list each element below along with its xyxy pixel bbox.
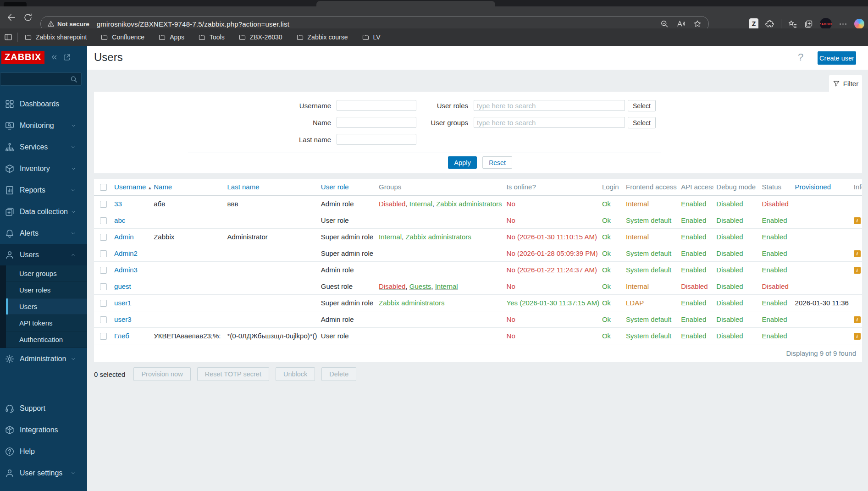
sidebar-item-data-collection[interactable]: Data collection — [0, 201, 87, 222]
row-checkbox[interactable] — [100, 250, 107, 257]
username-link[interactable]: user3 — [114, 315, 132, 323]
user-roles-input[interactable] — [474, 100, 625, 111]
group-link[interactable]: Disabled — [379, 282, 405, 290]
sidebar-search-input[interactable] — [0, 72, 82, 86]
username-link[interactable]: 33 — [114, 200, 122, 208]
sidebar-item-integrations[interactable]: Integrations — [0, 419, 87, 441]
row-checkbox[interactable] — [100, 234, 107, 241]
tab-search-pill[interactable] — [4, 2, 27, 6]
group-link[interactable]: Internal — [379, 233, 402, 241]
zabbix-logo[interactable]: ZABBIX — [1, 51, 44, 64]
column-header-user-role[interactable]: User role — [318, 179, 376, 195]
copilot-icon[interactable] — [854, 19, 864, 29]
help-icon[interactable]: ? — [798, 51, 803, 63]
settings-menu-icon[interactable] — [838, 19, 848, 29]
bookmark-item[interactable]: LV — [362, 33, 381, 41]
zabbix-extension-icon[interactable]: Z — [749, 18, 758, 30]
info-icon[interactable]: i — [854, 316, 861, 323]
site-security[interactable]: Not secure — [47, 20, 89, 28]
group-link[interactable]: Zabbix administrators — [405, 233, 471, 241]
column-header-username[interactable]: Username▲ — [111, 179, 151, 195]
user-groups-input[interactable] — [474, 117, 625, 128]
bookmark-label: ZBX-26030 — [250, 33, 282, 41]
url-text[interactable]: gmirosnikovs/ZBXNEXT-9748-7.5/zabbix.php… — [97, 20, 660, 28]
create-user-button[interactable]: Create user — [818, 51, 856, 65]
read-aloud-icon[interactable] — [676, 19, 686, 28]
sidebar-item-administration[interactable]: Administration — [0, 348, 87, 370]
active-tab[interactable] — [316, 1, 495, 6]
sidebar-subitem-user-groups[interactable]: User groups — [6, 265, 87, 282]
last-name-input[interactable] — [337, 134, 416, 145]
user-groups-select-button[interactable]: Select — [628, 117, 656, 128]
username-link[interactable]: Admin2 — [114, 249, 138, 257]
sidebar-subitem-api-tokens[interactable]: API tokens — [6, 315, 87, 331]
info-icon[interactable]: i — [854, 217, 861, 224]
username-link[interactable]: Admin3 — [114, 266, 138, 274]
username-link[interactable]: abc — [114, 216, 125, 224]
group-link[interactable]: Internal — [435, 282, 458, 290]
sidebar-item-user-settings[interactable]: User settings — [0, 462, 87, 484]
group-link[interactable]: Disabled — [379, 200, 405, 208]
sidebar-item-inventory[interactable]: Inventory — [0, 158, 87, 179]
bookmark-item[interactable]: ZBX-26030 — [238, 33, 282, 41]
extensions-puzzle-icon[interactable] — [765, 19, 774, 29]
zoom-out-icon[interactable] — [660, 19, 669, 28]
sidebar-subitem-user-roles[interactable]: User roles — [6, 282, 87, 298]
group-link[interactable]: Internal — [409, 200, 432, 208]
reset-button[interactable]: Reset — [482, 156, 512, 169]
username-link[interactable]: guest — [114, 282, 131, 290]
row-checkbox[interactable] — [100, 201, 107, 208]
filter-tab[interactable]: Filter — [829, 75, 862, 92]
hide-sidebar-icon[interactable] — [63, 53, 71, 61]
unblock-button[interactable]: Unblock — [276, 367, 315, 381]
column-header-name[interactable]: Name — [151, 179, 224, 195]
user-roles-select-button[interactable]: Select — [628, 100, 656, 111]
row-checkbox[interactable] — [100, 316, 107, 323]
sidebar-subitem-authentication[interactable]: Authentication — [6, 331, 87, 348]
delete-button[interactable]: Delete — [321, 367, 356, 381]
username-link[interactable]: Admin — [114, 233, 134, 241]
collapse-sidebar-icon[interactable] — [50, 53, 58, 61]
select-all-checkbox[interactable] — [100, 184, 107, 191]
row-checkbox[interactable] — [100, 333, 107, 340]
group-link[interactable]: Guests — [409, 282, 431, 290]
sidebar-item-dashboards[interactable]: Dashboards — [0, 93, 87, 115]
row-checkbox[interactable] — [100, 283, 107, 290]
row-checkbox[interactable] — [100, 300, 107, 307]
column-header-last-name[interactable]: Last name — [224, 179, 318, 195]
sidebar-item-help[interactable]: Help — [0, 441, 87, 462]
group-link[interactable]: Zabbix administrators — [436, 200, 502, 208]
refresh-icon[interactable] — [23, 12, 33, 22]
row-checkbox[interactable] — [100, 267, 107, 274]
sidebar-item-support[interactable]: Support — [0, 397, 87, 419]
apply-button[interactable]: Apply — [448, 156, 477, 169]
login-cell-value: Ok — [602, 332, 611, 340]
provision-now-button[interactable]: Provision now — [133, 367, 190, 381]
info-icon[interactable]: i — [854, 250, 861, 257]
favorite-star-icon[interactable] — [693, 19, 702, 28]
sidebar-item-reports[interactable]: Reports — [0, 179, 87, 201]
collections-icon[interactable] — [804, 19, 813, 29]
sidebar-subitem-users[interactable]: Users — [6, 298, 87, 315]
debug-mode-cell: Disabled — [713, 228, 759, 245]
bookmark-item[interactable]: Zabbix course — [296, 33, 348, 41]
username-link[interactable]: Глеб — [114, 332, 129, 340]
sidebar-item-monitoring[interactable]: Monitoring — [0, 115, 87, 136]
username-link[interactable]: user1 — [114, 299, 132, 307]
sidebar-item-services[interactable]: Services — [0, 136, 87, 158]
favorites-bar-icon[interactable] — [788, 19, 797, 29]
info-icon[interactable]: i — [854, 267, 861, 274]
sidebar-item-alerts[interactable]: Alerts — [0, 222, 87, 244]
info-icon[interactable]: i — [854, 333, 861, 340]
row-checkbox[interactable] — [100, 217, 107, 224]
group-link[interactable]: Zabbix administrators — [379, 299, 444, 307]
bookmark-item[interactable]: Zabbix sharepoint — [24, 33, 87, 41]
sidebar-toggle-icon[interactable] — [4, 33, 13, 42]
bookmark-item[interactable]: Confluence — [100, 33, 144, 41]
sidebar-item-users[interactable]: Users — [0, 244, 87, 265]
back-icon[interactable] — [6, 12, 17, 22]
bookmark-item[interactable]: Apps — [158, 33, 184, 41]
bookmark-item[interactable]: Tools — [198, 33, 225, 41]
reset-totp-secret-button[interactable]: Reset TOTP secret — [197, 367, 269, 381]
column-header-provisioned[interactable]: Provisioned — [792, 179, 851, 195]
